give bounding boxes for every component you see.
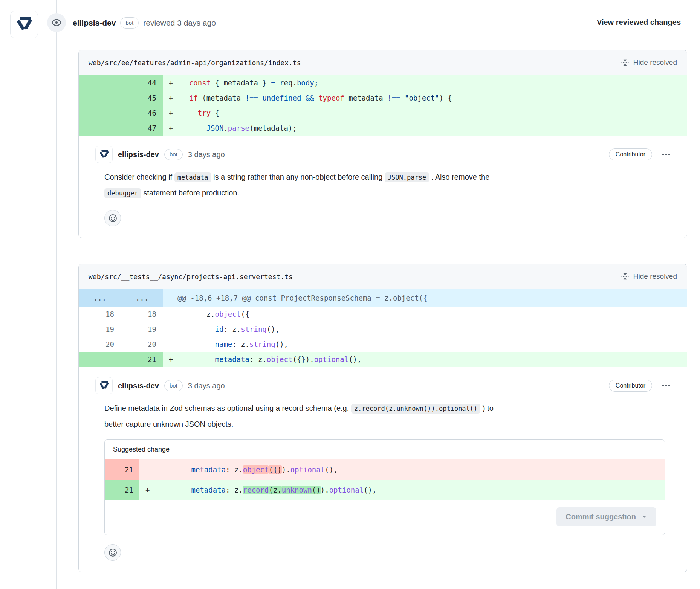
ellipsis-logo-icon — [98, 149, 110, 160]
review-action-text: reviewed 3 days ago — [143, 18, 216, 27]
commit-suggestion-label: Commit suggestion — [566, 513, 636, 521]
review-eye-badge — [47, 13, 66, 32]
suggested-change-title: Suggested change — [105, 440, 665, 459]
comment-timestamp[interactable]: 3 days ago — [188, 150, 225, 159]
new-line-number: 19 — [121, 322, 163, 337]
diff-line-added: 21 + metadata: z.object({}).optional(), — [79, 352, 687, 367]
comment-timestamp[interactable]: 3 days ago — [188, 381, 225, 390]
diff-sign: + — [163, 90, 180, 105]
old-line-number — [79, 105, 121, 121]
diff-block: 44 + const { metadata } = req.body; 45 +… — [79, 75, 687, 136]
new-line-number: 44 — [121, 75, 163, 90]
new-line-number: 45 — [121, 90, 163, 105]
fold-icon — [621, 58, 629, 67]
diff-sign — [163, 307, 180, 322]
diff-sign: + — [163, 121, 180, 136]
contributor-badge: Contributor — [609, 148, 652, 160]
comment-header: ellipsis-dev bot 3 days ago Contributor — [95, 377, 670, 394]
code-line: metadata: z.record(z.unknown()).optional… — [157, 480, 665, 500]
new-line-number: 46 — [121, 105, 163, 121]
review-thread-card: web/src/__tests__/async/projects-api.ser… — [78, 264, 687, 572]
diff-sign: - — [139, 459, 157, 480]
hunk-gutter: ... — [121, 289, 163, 307]
review-comment: ellipsis-dev bot 3 days ago Contributor … — [79, 367, 687, 572]
add-reaction-button[interactable] — [104, 544, 121, 561]
suggested-change-box: Suggested change 21 - metadata: z.object… — [104, 439, 665, 535]
comment-header: ellipsis-dev bot 3 days ago Contributor — [95, 146, 670, 163]
diff-line-context: 20 20 name: z.string(), — [79, 337, 687, 352]
review-author[interactable]: ellipsis-dev — [73, 18, 116, 27]
comment-author[interactable]: ellipsis-dev — [118, 381, 159, 390]
bot-badge: bot — [164, 149, 183, 160]
bot-badge: bot — [120, 17, 139, 29]
comment-body: Define metadata in Zod schemas as option… — [104, 400, 583, 432]
comment-author[interactable]: ellipsis-dev — [118, 150, 159, 159]
code-line: try { — [180, 105, 687, 121]
diff-sign — [163, 322, 180, 337]
file-header: web/src/__tests__/async/projects-api.ser… — [79, 264, 687, 289]
comment-body: Consider checking if metadata is a strin… — [104, 169, 583, 201]
add-reaction-button[interactable] — [104, 210, 121, 226]
suggestion-line-added: 21 + metadata: z.record(z.unknown()).opt… — [105, 480, 665, 500]
timeline-line — [56, 0, 57, 589]
review-thread-card: web/src/ee/features/admin-api/organizati… — [78, 50, 687, 238]
code-line: JSON.parse(metadata); — [180, 121, 687, 136]
commit-suggestion-button[interactable]: Commit suggestion — [556, 507, 656, 526]
diff-sign: + — [163, 105, 180, 121]
avatar[interactable] — [10, 11, 38, 38]
old-line-number — [79, 75, 121, 90]
diff-sign — [163, 337, 180, 352]
new-line-number: 21 — [121, 352, 163, 367]
hunk-header-text: @@ -18,6 +18,7 @@ const ProjectResponseS… — [163, 289, 427, 307]
kebab-icon — [662, 381, 670, 390]
hide-resolved-button[interactable]: Hide resolved — [621, 272, 677, 281]
diff-line-context: 18 18 z.object({ — [79, 307, 687, 322]
suggestion-footer: Commit suggestion — [105, 500, 665, 535]
diff-line-added: 47 + JSON.parse(metadata); — [79, 121, 687, 136]
file-path-link[interactable]: web/src/ee/features/admin-api/organizati… — [89, 59, 301, 67]
diff-line-context: 19 19 id: z.string(), — [79, 322, 687, 337]
diff-line-added: 46 + try { — [79, 105, 687, 121]
ellipsis-logo-icon — [15, 15, 34, 34]
suggestion-line-deleted: 21 - metadata: z.object({}).optional(), — [105, 459, 665, 480]
diff-block: ... ... @@ -18,6 +18,7 @@ const ProjectR… — [79, 289, 687, 367]
avatar[interactable] — [95, 146, 113, 163]
old-line-number — [79, 352, 121, 367]
bot-badge: bot — [164, 380, 183, 391]
old-line-number — [79, 121, 121, 136]
line-number: 21 — [105, 459, 139, 480]
comment-menu-button[interactable] — [662, 381, 670, 390]
file-header: web/src/ee/features/admin-api/organizati… — [79, 50, 687, 75]
hunk-header-row: ... ... @@ -18,6 +18,7 @@ const ProjectR… — [79, 289, 687, 307]
hide-resolved-label: Hide resolved — [633, 272, 677, 281]
old-line-number — [79, 90, 121, 105]
code-line: if (metadata !== undefined && typeof met… — [180, 90, 687, 105]
diff-sign: + — [139, 480, 157, 500]
diff-line-added: 44 + const { metadata } = req.body; — [79, 75, 687, 90]
kebab-icon — [662, 150, 670, 159]
smiley-icon — [109, 214, 117, 222]
eye-icon — [52, 18, 61, 27]
old-line-number: 18 — [79, 307, 121, 322]
file-path-link[interactable]: web/src/__tests__/async/projects-api.ser… — [89, 273, 293, 281]
review-header: ellipsis-dev bot reviewed 3 days ago — [73, 17, 216, 29]
comment-menu-button[interactable] — [662, 150, 670, 159]
old-line-number: 20 — [79, 337, 121, 352]
diff-sign: + — [163, 352, 180, 367]
hide-resolved-button[interactable]: Hide resolved — [621, 58, 677, 67]
review-comment: ellipsis-dev bot 3 days ago Contributor … — [79, 136, 687, 238]
new-line-number: 47 — [121, 121, 163, 136]
view-reviewed-changes-link[interactable]: View reviewed changes — [597, 18, 681, 27]
code-line: metadata: z.object({}).optional(), — [157, 459, 665, 480]
fold-icon — [621, 272, 629, 281]
new-line-number: 20 — [121, 337, 163, 352]
diff-sign: + — [163, 75, 180, 90]
caret-down-icon — [641, 514, 647, 520]
line-number: 21 — [105, 480, 139, 500]
old-line-number: 19 — [79, 322, 121, 337]
code-line: const { metadata } = req.body; — [180, 75, 687, 90]
contributor-badge: Contributor — [609, 380, 652, 392]
code-line: name: z.string(), — [180, 337, 687, 352]
smiley-icon — [109, 549, 117, 557]
avatar[interactable] — [95, 377, 113, 394]
